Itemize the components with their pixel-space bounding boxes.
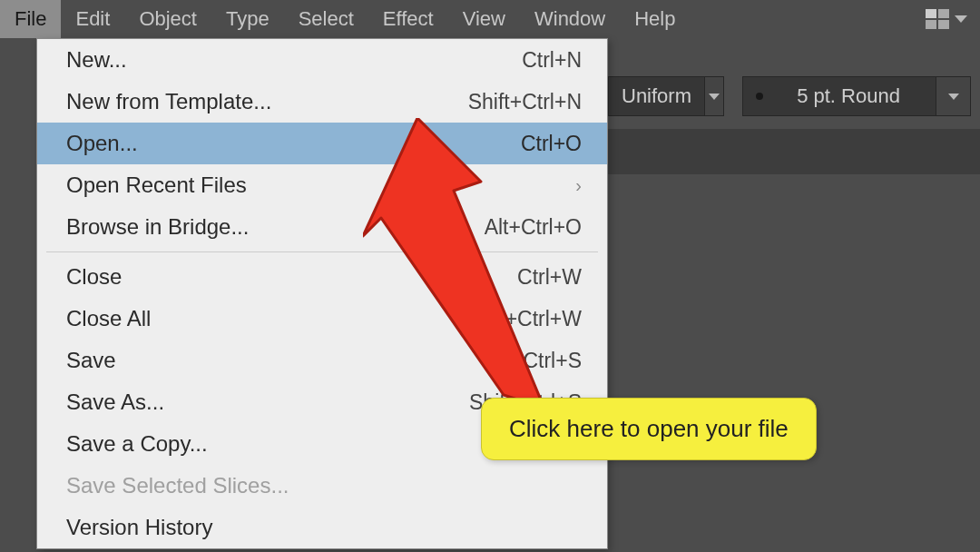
stroke-profile-dropdown[interactable]: Uniform: [608, 76, 724, 116]
brush-preset-dropdown[interactable]: 5 pt. Round: [742, 76, 971, 116]
menu-item-shortcut: Ctrl+W: [517, 265, 582, 290]
menu-item-shortcut: Ctrl+S: [523, 349, 582, 373]
document-tab-strip: [608, 129, 980, 174]
menu-item-shortcut: Shift+Ctrl+S: [469, 390, 582, 415]
chevron-down-icon: [936, 77, 970, 115]
chevron-down-icon: [955, 15, 967, 23]
menu-item-version-history[interactable]: Version History: [37, 507, 607, 548]
menu-view[interactable]: View: [448, 0, 520, 38]
menu-item-label: Version History: [66, 515, 212, 540]
menu-item-save-selected-slices: Save Selected Slices...: [37, 465, 607, 507]
menu-item-label: New from Template...: [66, 89, 271, 114]
menu-item-shortcut: Shift+Ctrl+N: [468, 90, 582, 114]
menu-item-open-recent-files[interactable]: Open Recent Files›: [37, 164, 607, 206]
menu-item-label: Save: [66, 348, 116, 373]
menu-item-browse-in-bridge[interactable]: Browse in Bridge...Alt+Ctrl+O: [37, 206, 607, 248]
menu-file[interactable]: File: [0, 0, 61, 38]
menu-item-save[interactable]: SaveCtrl+S: [37, 340, 607, 381]
menu-item-label: Save Selected Slices...: [66, 473, 289, 498]
menu-item-shortcut: Ctrl+N: [522, 48, 582, 73]
menu-item-close-all[interactable]: Close AllAlt+Ctrl+W: [37, 298, 607, 340]
menu-effect[interactable]: Effect: [368, 0, 448, 38]
menu-item-label: Save As...: [66, 389, 164, 415]
menu-item-label: Close: [66, 264, 122, 290]
menu-item-label: Save a Copy...: [66, 431, 208, 457]
menu-item-new-from-template[interactable]: New from Template...Shift+Ctrl+N: [37, 81, 607, 123]
file-dropdown-menu: New...Ctrl+NNew from Template...Shift+Ct…: [36, 38, 608, 549]
chevron-down-icon: [704, 77, 723, 115]
menu-item-save-a-copy[interactable]: Save a Copy...Alt+Ctrl+S: [37, 423, 607, 465]
brush-preset-label: 5 pt. Round: [774, 84, 923, 108]
menu-help[interactable]: Help: [620, 0, 690, 38]
menu-type[interactable]: Type: [211, 0, 284, 38]
menu-window[interactable]: Window: [520, 0, 620, 38]
menu-item-open[interactable]: Open...Ctrl+O: [37, 123, 607, 164]
menu-object[interactable]: Object: [124, 0, 211, 38]
menu-edit[interactable]: Edit: [61, 0, 124, 38]
stroke-profile-label: Uniform: [622, 84, 691, 108]
menu-bar: File Edit Object Type Select Effect View…: [0, 0, 980, 38]
menu-item-label: Close All: [66, 306, 151, 331]
menu-item-shortcut: Alt+Ctrl+O: [485, 215, 582, 240]
menu-item-label: Open Recent Files: [66, 172, 247, 198]
menu-item-shortcut: Alt+Ctrl+W: [481, 307, 582, 331]
workspace-grid-icon: [926, 9, 949, 29]
menu-item-label: Open...: [66, 131, 138, 156]
chevron-right-icon: ›: [575, 175, 582, 196]
menu-select[interactable]: Select: [284, 0, 368, 38]
menu-item-new[interactable]: New...Ctrl+N: [37, 39, 607, 81]
menu-item-save-as[interactable]: Save As...Shift+Ctrl+S: [37, 381, 607, 423]
brush-dot-icon: [756, 93, 763, 100]
menu-item-close[interactable]: CloseCtrl+W: [37, 256, 607, 298]
menu-item-label: New...: [66, 47, 127, 73]
menu-separator: [46, 251, 598, 252]
workspace-switcher[interactable]: [913, 9, 980, 29]
menu-item-shortcut: Ctrl+O: [521, 132, 582, 156]
menu-item-shortcut: Alt+Ctrl+S: [486, 432, 582, 457]
menu-item-label: Browse in Bridge...: [66, 214, 249, 240]
